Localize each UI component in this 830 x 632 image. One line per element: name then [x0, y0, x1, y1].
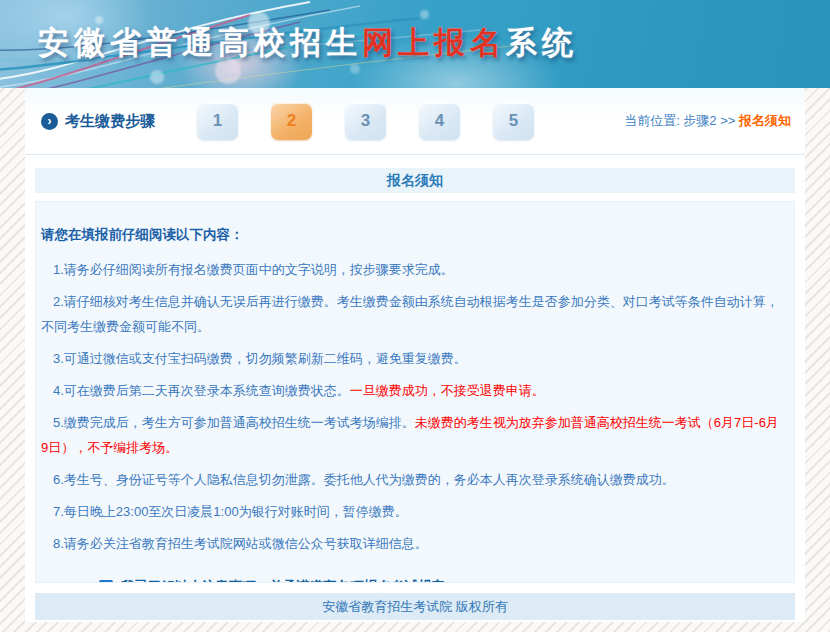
- notice-item-4: 4.可在缴费后第二天再次登录本系统查询缴费状态。一旦缴费成功，不接受退费申请。: [41, 378, 786, 403]
- arrow-bullet-icon: ›: [41, 113, 58, 130]
- step-1[interactable]: 1: [197, 103, 238, 140]
- step-3[interactable]: 3: [345, 103, 386, 140]
- notice-item-5: 5.缴费完成后，考生方可参加普通高校招生统一考试考场编排。未缴费的考生视为放弃参…: [41, 410, 786, 460]
- copyright-text: 安徽省教育招生考试院 版权所有: [322, 598, 508, 616]
- notice-box: 请您在填报前仔细阅读以下内容： 1.请务必仔细阅读所有报名缴费页面中的文字说明，…: [35, 201, 795, 583]
- notice-item-text: 7.每日晚上23:00至次日凌晨1:00为银行对账时间，暂停缴费。: [53, 504, 408, 519]
- notice-item-2: 2.请仔细核对考生信息并确认无误后再进行缴费。考生缴费金额由系统自动根据考生是否…: [41, 289, 786, 339]
- notice-item-7: 7.每日晚上23:00至次日凌晨1:00为银行对账时间，暂停缴费。: [41, 499, 786, 524]
- page-title: 安徽省普通高校招生网上报名系统: [38, 22, 578, 64]
- step-5[interactable]: 5: [493, 103, 534, 140]
- footer-bar: 安徽省教育招生考试院 版权所有: [35, 593, 795, 620]
- agreement-label[interactable]: 我已了解以上注意事项，并承诺遵守各项报名考试规定。: [121, 578, 459, 583]
- bokeh-circle: [420, 10, 429, 19]
- notice-title-bar: 报名须知: [35, 168, 795, 193]
- notice-item-text: 2.请仔细核对考生信息并确认无误后再进行缴费。考生缴费金额由系统自动根据考生是否…: [41, 294, 779, 334]
- bokeh-circle: [150, 70, 164, 84]
- notice-intro: 请您在填报前仔细阅读以下内容：: [41, 226, 786, 244]
- notice-item-text: 5.缴费完成后，考生方可参加普通高校招生统一考试考场编排。: [53, 415, 415, 430]
- agreement-checkbox[interactable]: [99, 580, 113, 583]
- notice-item-1: 1.请务必仔细阅读所有报名缴费页面中的文字说明，按步骤要求完成。: [41, 257, 786, 282]
- title-part2: 系统: [506, 25, 578, 60]
- notice-item-3: 3.可通过微信或支付宝扫码缴费，切勿频繁刷新二维码，避免重复缴费。: [41, 346, 786, 371]
- notice-item-text: 1.请务必仔细阅读所有报名缴费页面中的文字说明，按步骤要求完成。: [53, 262, 454, 277]
- notice-item-text: 4.可在缴费后第二天再次登录本系统查询缴费状态。: [53, 383, 350, 398]
- title-part1: 安徽省普通高校招生: [38, 25, 362, 60]
- step-2[interactable]: 2: [271, 103, 312, 140]
- agreement-row: 我已了解以上注意事项，并承诺遵守各项报名考试规定。: [99, 578, 786, 583]
- breadcrumb: 当前位置: 步骤2 >> 报名须知: [624, 112, 791, 130]
- header-banner: 安徽省普通高校招生网上报名系统: [0, 0, 830, 88]
- steps-label: › 考生缴费步骤: [41, 112, 155, 131]
- step-boxes: 1 2 3 4 5: [197, 103, 534, 140]
- bokeh-circle: [350, 64, 360, 74]
- notice-item-8: 8.请务必关注省教育招生考试院网站或微信公众号获取详细信息。: [41, 531, 786, 556]
- notice-item-6: 6.考生号、身份证号等个人隐私信息切勿泄露。委托他人代为缴费的，务必本人再次登录…: [41, 467, 786, 492]
- breadcrumb-current: 报名须知: [739, 113, 791, 128]
- main-content: › 考生缴费步骤 1 2 3 4 5 当前位置: 步骤2 >> 报名须知 报名须…: [25, 88, 805, 622]
- steps-label-text: 考生缴费步骤: [65, 112, 155, 131]
- notice-item-text: 3.可通过微信或支付宝扫码缴费，切勿频繁刷新二维码，避免重复缴费。: [53, 351, 467, 366]
- notice-item-text: 8.请务必关注省教育招生考试院网站或微信公众号获取详细信息。: [53, 536, 428, 551]
- notice-title: 报名须知: [387, 172, 443, 190]
- notice-item-text: 6.考生号、身份证号等个人隐私信息切勿泄露。委托他人代为缴费的，务必本人再次登录…: [53, 472, 675, 487]
- breadcrumb-prefix: 当前位置: 步骤2 >>: [624, 113, 735, 128]
- title-highlight: 网上报名: [362, 25, 506, 60]
- notice-item-red-text: 一旦缴费成功，不接受退费申请。: [350, 383, 545, 398]
- step-4[interactable]: 4: [419, 103, 460, 140]
- page: 安徽省普通高校招生网上报名系统 › 考生缴费步骤 1 2 3 4 5 当前位置:…: [0, 0, 830, 632]
- steps-row: › 考生缴费步骤 1 2 3 4 5 当前位置: 步骤2 >> 报名须知: [25, 88, 805, 155]
